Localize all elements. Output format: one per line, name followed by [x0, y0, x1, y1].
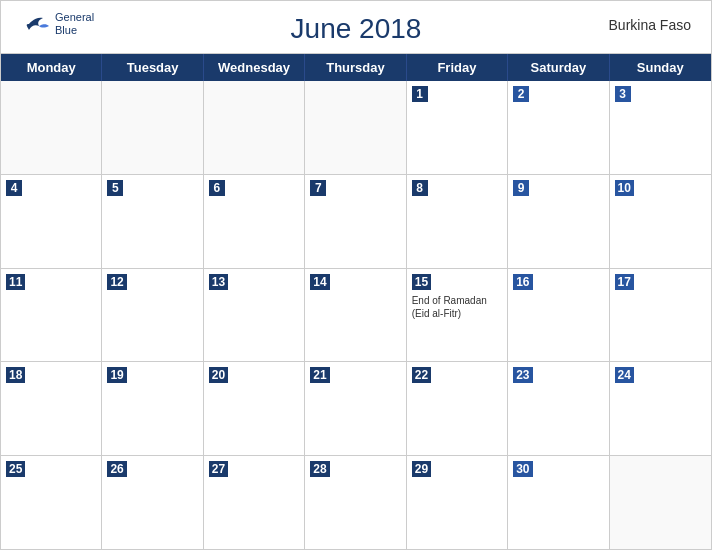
- cell-date-number: 5: [107, 180, 123, 196]
- calendar-cell-30: 30: [508, 456, 609, 549]
- calendar-cell-20: 20: [204, 362, 305, 455]
- cell-date-number: 30: [513, 461, 532, 477]
- calendar-cell-1: 1: [407, 81, 508, 174]
- cell-date-number: 13: [209, 274, 228, 290]
- calendar-container: General Blue June 2018 Burkina Faso Mond…: [0, 0, 712, 550]
- cell-date-number: 3: [615, 86, 631, 102]
- calendar-grid: MondayTuesdayWednesdayThursdayFridaySatu…: [1, 53, 711, 549]
- day-header-tuesday: Tuesday: [102, 54, 203, 81]
- cell-date-number: 6: [209, 180, 225, 196]
- logo-bird-icon: [21, 12, 51, 36]
- cell-date-number: 21: [310, 367, 329, 383]
- day-header-monday: Monday: [1, 54, 102, 81]
- calendar-cell-21: 21: [305, 362, 406, 455]
- calendar-cell-19: 19: [102, 362, 203, 455]
- logo-text: General Blue: [55, 11, 94, 37]
- cell-date-number: 14: [310, 274, 329, 290]
- cell-date-number: 1: [412, 86, 428, 102]
- cell-date-number: 10: [615, 180, 634, 196]
- calendar-cell-9: 9: [508, 175, 609, 268]
- calendar-cell-3: 3: [610, 81, 711, 174]
- calendar-header: General Blue June 2018 Burkina Faso: [1, 1, 711, 53]
- day-header-wednesday: Wednesday: [204, 54, 305, 81]
- calendar-cell-29: 29: [407, 456, 508, 549]
- logo: General Blue: [21, 11, 94, 37]
- calendar-cell-13: 13: [204, 269, 305, 362]
- cell-event: End of Ramadan (Eid al-Fitr): [412, 294, 502, 320]
- calendar-cell-14: 14: [305, 269, 406, 362]
- empty-cell: [305, 81, 406, 174]
- cell-date-number: 12: [107, 274, 126, 290]
- calendar-cell-7: 7: [305, 175, 406, 268]
- empty-cell: [204, 81, 305, 174]
- cell-date-number: 4: [6, 180, 22, 196]
- day-header-friday: Friday: [407, 54, 508, 81]
- calendar-cell-15: 15End of Ramadan (Eid al-Fitr): [407, 269, 508, 362]
- calendar-week-4: 18192021222324: [1, 362, 711, 456]
- cell-date-number: 29: [412, 461, 431, 477]
- calendar-cell-4: 4: [1, 175, 102, 268]
- cell-date-number: 23: [513, 367, 532, 383]
- calendar-cell-23: 23: [508, 362, 609, 455]
- days-header: MondayTuesdayWednesdayThursdayFridaySatu…: [1, 54, 711, 81]
- cell-date-number: 19: [107, 367, 126, 383]
- cell-date-number: 18: [6, 367, 25, 383]
- calendar-cell-17: 17: [610, 269, 711, 362]
- calendar-cell-25: 25: [1, 456, 102, 549]
- country-name: Burkina Faso: [609, 17, 691, 33]
- cell-date-number: 27: [209, 461, 228, 477]
- empty-cell: [610, 456, 711, 549]
- cell-date-number: 25: [6, 461, 25, 477]
- calendar-cell-12: 12: [102, 269, 203, 362]
- cell-date-number: 26: [107, 461, 126, 477]
- calendar-week-1: 123: [1, 81, 711, 175]
- calendar-cell-18: 18: [1, 362, 102, 455]
- empty-cell: [102, 81, 203, 174]
- day-header-thursday: Thursday: [305, 54, 406, 81]
- cell-date-number: 24: [615, 367, 634, 383]
- cell-date-number: 8: [412, 180, 428, 196]
- calendar-cell-26: 26: [102, 456, 203, 549]
- month-title: June 2018: [291, 13, 422, 45]
- cell-date-number: 9: [513, 180, 529, 196]
- cell-date-number: 22: [412, 367, 431, 383]
- cell-date-number: 11: [6, 274, 25, 290]
- calendar-cell-16: 16: [508, 269, 609, 362]
- cell-date-number: 17: [615, 274, 634, 290]
- calendar-cell-6: 6: [204, 175, 305, 268]
- cell-date-number: 2: [513, 86, 529, 102]
- cell-date-number: 7: [310, 180, 326, 196]
- calendar-cell-22: 22: [407, 362, 508, 455]
- calendar-week-3: 1112131415End of Ramadan (Eid al-Fitr)16…: [1, 269, 711, 363]
- day-header-saturday: Saturday: [508, 54, 609, 81]
- cell-date-number: 20: [209, 367, 228, 383]
- cell-date-number: 15: [412, 274, 431, 290]
- calendar-cell-8: 8: [407, 175, 508, 268]
- empty-cell: [1, 81, 102, 174]
- calendar-cell-5: 5: [102, 175, 203, 268]
- cell-date-number: 28: [310, 461, 329, 477]
- calendar-cell-28: 28: [305, 456, 406, 549]
- calendar-week-2: 45678910: [1, 175, 711, 269]
- calendar-cell-2: 2: [508, 81, 609, 174]
- calendar-cell-11: 11: [1, 269, 102, 362]
- day-header-sunday: Sunday: [610, 54, 711, 81]
- calendar-cell-24: 24: [610, 362, 711, 455]
- calendar-week-5: 252627282930: [1, 456, 711, 549]
- cell-date-number: 16: [513, 274, 532, 290]
- calendar-body: 123456789101112131415End of Ramadan (Eid…: [1, 81, 711, 549]
- calendar-cell-10: 10: [610, 175, 711, 268]
- calendar-cell-27: 27: [204, 456, 305, 549]
